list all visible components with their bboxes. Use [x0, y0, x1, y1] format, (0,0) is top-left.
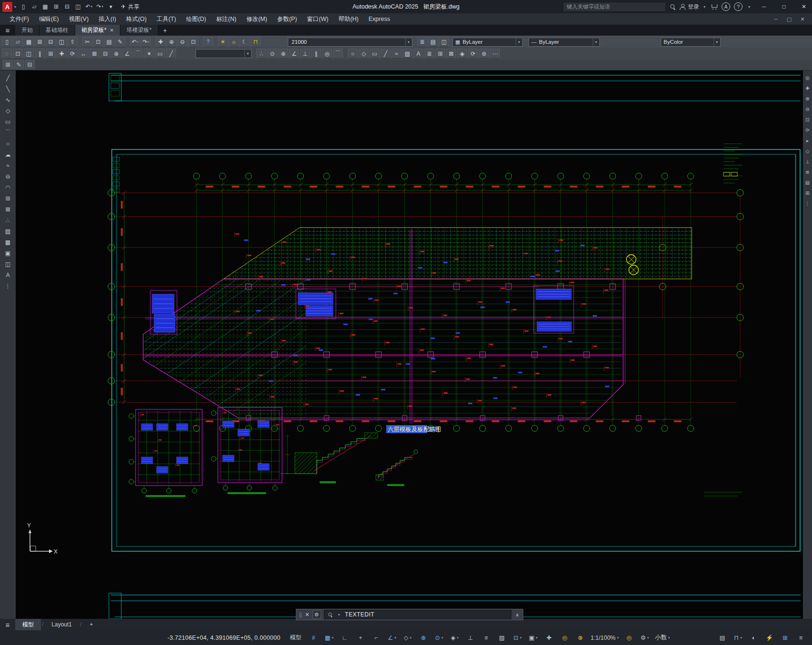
line-tool-icon[interactable]: ╱ [381, 49, 391, 59]
center-snap-icon[interactable]: ⊙ [267, 49, 277, 59]
copy-object-icon[interactable]: ⊡ [13, 49, 23, 59]
blocks-panel-icon[interactable]: ⊞ [803, 189, 812, 197]
layer-properties-icon[interactable]: ≣ [417, 37, 427, 47]
chevron-down-icon[interactable]: ▾ [516, 38, 520, 46]
model-space-view[interactable]: 六层模板及板配筋图YX [16, 70, 803, 619]
zoom-in-icon[interactable]: ⊕ [166, 37, 176, 47]
new-file-icon[interactable]: ▯ [18, 1, 29, 12]
show-motion-icon[interactable]: ▸ [803, 136, 812, 145]
rectangle-icon[interactable]: ▭ [155, 49, 165, 59]
zoom-window-icon[interactable]: ⊡ [803, 115, 812, 124]
search-box[interactable] [563, 2, 666, 12]
menu-item-11[interactable]: 帮助(H) [333, 15, 363, 23]
rectangle-icon[interactable]: ▭ [2, 117, 14, 127]
plot-style-combo[interactable]: ByColor ▾ [661, 38, 721, 47]
gradient-icon[interactable]: ▩ [2, 237, 14, 247]
search-input[interactable] [566, 3, 663, 10]
grid-icon[interactable]: # [306, 633, 321, 643]
zoom-window-icon[interactable]: ⊡ [188, 37, 198, 47]
doc-tab-0[interactable]: 开始 [15, 25, 39, 36]
ortho-icon[interactable]: ⌐ [369, 633, 383, 643]
ucs-panel-icon[interactable]: ⊥ [803, 157, 812, 166]
join-icon[interactable]: ⊕ [111, 49, 121, 59]
search-icon[interactable] [670, 4, 676, 10]
command-input[interactable]: ▾ TEXTEDIT [324, 610, 511, 619]
zoom-out-icon[interactable]: ⊖ [803, 105, 812, 113]
annotation-autoscale-icon[interactable]: ⊕ [573, 633, 587, 643]
minimize-button[interactable]: ─ [756, 0, 772, 13]
batch-plot-icon[interactable]: ◫ [73, 1, 83, 12]
chevron-down-icon[interactable]: ▾ [12, 5, 18, 9]
doc-restore-button[interactable]: ▢ [783, 14, 796, 24]
more-tools-icon[interactable]: ⋯ [490, 49, 500, 59]
space-label[interactable]: 模型 [290, 634, 301, 642]
zoom-extents-icon[interactable]: ⊕ [803, 94, 812, 103]
light-bulb-icon[interactable]: ☀ [218, 37, 228, 47]
drawing-canvas[interactable]: 六层模板及板配筋图YX [16, 70, 803, 619]
app-store-cart-icon[interactable] [711, 4, 718, 10]
selection-cycling-icon[interactable]: ⊡▾ [510, 633, 525, 643]
autocad-logo[interactable]: A [2, 2, 12, 12]
pan-icon[interactable]: ✚ [803, 84, 812, 92]
menu-item-4[interactable]: 格式(O) [121, 15, 151, 23]
circle-tool-icon[interactable]: ○ [348, 49, 358, 59]
dynamic-ucs-icon[interactable]: ⊥ [463, 633, 478, 643]
clean-screen-icon[interactable]: ⊞ [778, 633, 792, 643]
lock-ui-icon[interactable]: ⊓▾ [731, 633, 745, 643]
menu-item-8[interactable]: 修改(M) [242, 15, 272, 23]
insert-block-icon[interactable]: ⊞ [2, 193, 14, 203]
match-properties-icon[interactable]: ✎ [115, 37, 125, 47]
open-folder-icon[interactable]: ▱ [29, 1, 39, 12]
drawing-title-text[interactable]: 六层模板及板配筋图 [388, 426, 441, 433]
pan-icon[interactable]: ✚ [156, 37, 166, 47]
concentric-snap-icon[interactable]: ◎ [322, 49, 332, 59]
line-icon[interactable]: ╱ [166, 49, 176, 59]
chamfer-icon[interactable]: ∠ [122, 49, 132, 59]
layers-tool-icon[interactable]: ≣ [424, 49, 434, 59]
angle-snap-icon[interactable]: ∠ [289, 49, 299, 59]
drag-grip-icon[interactable]: ⣿ [299, 612, 302, 617]
wrench-customize-icon[interactable]: ⚙ [313, 610, 321, 619]
osnap-tracking-icon[interactable]: ⊕ [416, 633, 430, 643]
polygon-icon[interactable]: ◇ [2, 106, 14, 116]
polyline-icon[interactable]: ∿ [2, 95, 14, 105]
view-combo[interactable]: ▾ [196, 49, 252, 58]
polar-tracking-icon[interactable]: ∠▾ [384, 633, 399, 643]
layout1-tab[interactable]: Layout1 [44, 619, 79, 630]
help-icon[interactable]: ? [734, 2, 743, 11]
cut-icon[interactable]: ✂ [82, 37, 92, 47]
units-button[interactable]: 小数 ▾ [653, 633, 672, 643]
sun-icon[interactable]: ☼ [229, 37, 239, 47]
menu-item-3[interactable]: 插入(I) [94, 15, 121, 23]
redo-icon[interactable]: ↷▾ [141, 37, 151, 47]
paste-icon[interactable]: ▤ [104, 37, 114, 47]
intersection-snap-icon[interactable]: ⊕ [278, 49, 288, 59]
fillet-icon[interactable]: ⌒ [133, 49, 143, 59]
quickcalc-icon[interactable]: ⊟ [25, 60, 35, 70]
share-button[interactable]: ✈ 共享 [121, 3, 139, 11]
doc-tab-1[interactable]: 基础墙柱 [39, 25, 75, 36]
block-tool-icon[interactable]: ⊠ [446, 49, 456, 59]
chevron-down-icon[interactable]: ▾ [746, 5, 752, 9]
3d-object-snap-icon[interactable]: ◈▾ [447, 633, 462, 643]
isometric-drafting-icon[interactable]: ◇▾ [400, 633, 415, 643]
point-icon[interactable]: ∴ [2, 215, 14, 225]
text-tool-icon[interactable]: A [413, 49, 423, 59]
table-tool-icon[interactable]: ⊞ [435, 49, 445, 59]
close-button[interactable]: ✕ [796, 0, 812, 13]
hamburger-menu-icon[interactable]: ≡ [0, 25, 15, 36]
node-snap-icon[interactable]: ∴ [256, 49, 266, 59]
plot-icon[interactable]: ⊟ [62, 1, 72, 12]
help-icon[interactable]: ? [203, 37, 213, 47]
annotation-visibility-icon[interactable]: ◎ [557, 633, 572, 643]
close-icon[interactable]: ✕ [110, 28, 114, 33]
more-nav-icon[interactable]: ⋮ [803, 199, 812, 208]
command-line[interactable]: ⣿ ✕ ⚙ ▾ TEXTEDIT ∧ [296, 609, 523, 620]
revision-tool-icon[interactable]: ⟳ [468, 49, 478, 59]
revision-cloud-icon[interactable]: ☁ [2, 149, 14, 159]
chevron-down-icon[interactable]: ▾ [245, 50, 249, 58]
workspace-switch-icon[interactable]: ⚙▾ [637, 633, 652, 643]
menu-item-10[interactable]: 窗口(W) [302, 15, 333, 23]
plot-preview-icon[interactable]: ◫ [57, 37, 67, 47]
plot-icon[interactable]: ⊟ [46, 37, 56, 47]
